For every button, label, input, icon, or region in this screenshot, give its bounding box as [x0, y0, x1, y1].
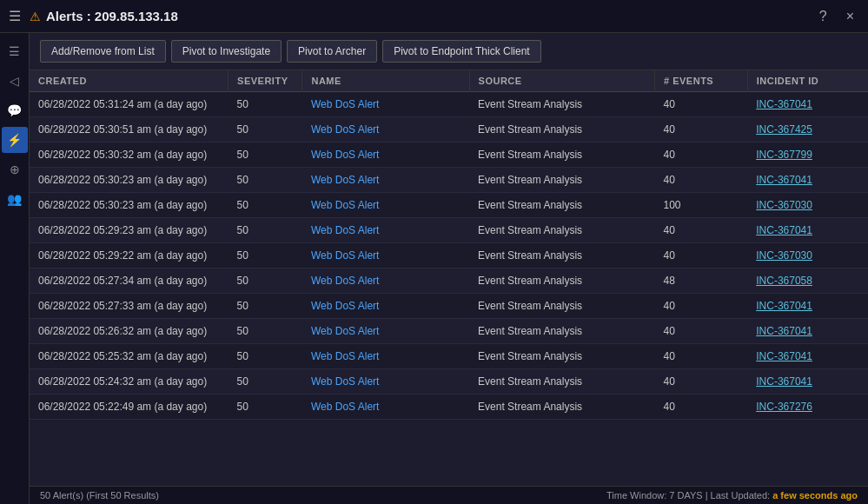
incident-id-link[interactable]: INC-367276 [756, 401, 812, 413]
cell-name[interactable]: Web DoS Alert [302, 92, 469, 117]
cell-source: Event Stream Analysis [469, 218, 654, 243]
cell-severity: 50 [229, 143, 302, 168]
incident-id-link[interactable]: INC-367041 [756, 325, 812, 337]
cell-name[interactable]: Web DoS Alert [302, 168, 469, 193]
table-row: 06/28/2022 05:30:51 am (a day ago)50Web … [30, 117, 868, 143]
cell-events: 40 [655, 395, 748, 420]
header-name: NAME [302, 70, 469, 92]
sidebar-item-settings[interactable]: ⊕ [2, 156, 28, 182]
cell-created: 06/28/2022 05:26:32 am (a day ago) [30, 319, 229, 344]
header-created: CREATED [30, 70, 229, 92]
cell-incident[interactable]: INC-367041 [747, 168, 868, 193]
pivot-endpoint-button[interactable]: Pivot to Endpoint Thick Client [382, 40, 541, 63]
cell-name[interactable]: Web DoS Alert [302, 117, 469, 143]
cell-incident[interactable]: INC-367041 [747, 369, 868, 395]
alert-name-link[interactable]: Web DoS Alert [311, 123, 379, 136]
title-bar-actions: ? × [814, 7, 859, 26]
cell-name[interactable]: Web DoS Alert [302, 143, 469, 168]
incident-id-link[interactable]: INC-367041 [756, 224, 812, 236]
table-row: 06/28/2022 05:26:32 am (a day ago)50Web … [30, 319, 868, 344]
cell-name[interactable]: Web DoS Alert [302, 193, 469, 218]
incident-id-link[interactable]: INC-367799 [756, 149, 812, 161]
cell-severity: 50 [229, 243, 302, 269]
sidebar-item-back[interactable]: ◁ [2, 68, 28, 94]
alert-name-link[interactable]: Web DoS Alert [311, 199, 379, 211]
table-row: 06/28/2022 05:22:49 am (a day ago)50Web … [30, 395, 868, 420]
help-button[interactable]: ? [814, 7, 832, 26]
incident-id-link[interactable]: INC-367041 [756, 300, 812, 312]
cell-name[interactable]: Web DoS Alert [302, 319, 469, 344]
cell-source: Event Stream Analysis [469, 395, 654, 420]
cell-incident[interactable]: INC-367041 [747, 92, 868, 117]
pivot-archer-button[interactable]: Pivot to Archer [287, 40, 377, 63]
incident-id-link[interactable]: INC-367041 [756, 375, 812, 388]
cell-incident[interactable]: INC-367041 [747, 294, 868, 319]
cell-incident[interactable]: INC-367425 [747, 117, 868, 143]
cell-incident[interactable]: INC-367799 [747, 143, 868, 168]
cell-created: 06/28/2022 05:24:32 am (a day ago) [30, 369, 229, 395]
cell-name[interactable]: Web DoS Alert [302, 395, 469, 420]
cell-severity: 50 [229, 92, 302, 117]
sidebar-item-users[interactable]: 👥 [2, 186, 28, 212]
cell-severity: 50 [229, 395, 302, 420]
table-row: 06/28/2022 05:30:32 am (a day ago)50Web … [30, 143, 868, 168]
sidebar-item-menu[interactable]: ☰ [2, 38, 28, 64]
cell-incident[interactable]: INC-367030 [747, 193, 868, 218]
alert-name-link[interactable]: Web DoS Alert [311, 149, 379, 161]
alert-name-link[interactable]: Web DoS Alert [311, 98, 379, 110]
cell-incident[interactable]: INC-367058 [747, 269, 868, 294]
alert-name-link[interactable]: Web DoS Alert [311, 325, 379, 337]
alert-icon: ⚠ [30, 10, 41, 23]
cell-events: 40 [655, 369, 748, 395]
incident-id-link[interactable]: INC-367041 [756, 98, 812, 110]
incident-id-link[interactable]: INC-367030 [756, 249, 812, 262]
table-row: 06/28/2022 05:27:34 am (a day ago)50Web … [30, 269, 868, 294]
alert-name-link[interactable]: Web DoS Alert [311, 275, 379, 287]
incident-id-link[interactable]: INC-367058 [756, 275, 812, 287]
cell-name[interactable]: Web DoS Alert [302, 369, 469, 395]
cell-severity: 50 [229, 193, 302, 218]
main-layout: ☰ ◁ 💬 ⚡ ⊕ 👥 Add/Remove from List Pivot t… [0, 33, 868, 504]
alert-name-link[interactable]: Web DoS Alert [311, 300, 379, 312]
table-row: 06/28/2022 05:29:22 am (a day ago)50Web … [30, 243, 868, 269]
cell-name[interactable]: Web DoS Alert [302, 218, 469, 243]
alert-name-link[interactable]: Web DoS Alert [311, 350, 379, 362]
cell-created: 06/28/2022 05:22:49 am (a day ago) [30, 395, 229, 420]
status-time-static: Time Window: 7 DAYS | Last Updated: [606, 490, 772, 501]
sidebar-item-chat[interactable]: 💬 [2, 97, 28, 123]
cell-source: Event Stream Analysis [469, 319, 654, 344]
table-header-row: CREATED SEVERITY NAME SOURCE # EVENTS IN… [30, 70, 868, 92]
cell-severity: 50 [229, 369, 302, 395]
alerts-table-container: CREATED SEVERITY NAME SOURCE # EVENTS IN… [30, 70, 868, 486]
incident-id-link[interactable]: INC-367030 [756, 199, 812, 211]
cell-created: 06/28/2022 05:29:23 am (a day ago) [30, 218, 229, 243]
cell-name[interactable]: Web DoS Alert [302, 269, 469, 294]
cell-incident[interactable]: INC-367030 [747, 243, 868, 269]
alert-name-link[interactable]: Web DoS Alert [311, 249, 379, 262]
pivot-investigate-button[interactable]: Pivot to Investigate [171, 40, 282, 63]
incident-id-link[interactable]: INC-367041 [756, 174, 812, 186]
header-severity: SEVERITY [229, 70, 302, 92]
menu-icon[interactable]: ☰ [9, 8, 21, 24]
cell-name[interactable]: Web DoS Alert [302, 243, 469, 269]
cell-severity: 50 [229, 319, 302, 344]
cell-name[interactable]: Web DoS Alert [302, 294, 469, 319]
alert-name-link[interactable]: Web DoS Alert [311, 375, 379, 388]
cell-incident[interactable]: INC-367276 [747, 395, 868, 420]
add-remove-list-button[interactable]: Add/Remove from List [40, 40, 166, 63]
cell-events: 100 [655, 193, 748, 218]
alert-name-link[interactable]: Web DoS Alert [311, 224, 379, 236]
incident-id-link[interactable]: INC-367425 [756, 123, 812, 136]
close-button[interactable]: × [841, 7, 859, 26]
cell-incident[interactable]: INC-367041 [747, 218, 868, 243]
incident-id-link[interactable]: INC-367041 [756, 350, 812, 362]
cell-incident[interactable]: INC-367041 [747, 344, 868, 369]
alert-name-link[interactable]: Web DoS Alert [311, 401, 379, 413]
sidebar-item-alerts[interactable]: ⚡ [2, 127, 28, 153]
cell-source: Event Stream Analysis [469, 369, 654, 395]
alert-name-link[interactable]: Web DoS Alert [311, 174, 379, 186]
cell-incident[interactable]: INC-367041 [747, 319, 868, 344]
cell-events: 40 [655, 319, 748, 344]
status-time: Time Window: 7 DAYS | Last Updated: a fe… [606, 490, 858, 501]
cell-name[interactable]: Web DoS Alert [302, 344, 469, 369]
